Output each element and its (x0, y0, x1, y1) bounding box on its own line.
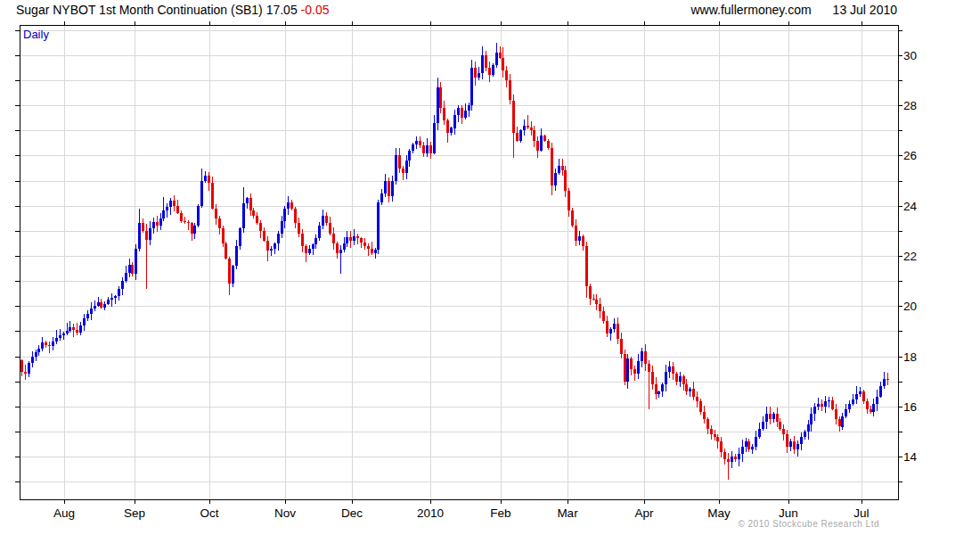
price-chart: 302826242220181614AugSepOctNovDec2010Feb… (0, 0, 980, 535)
x-axis-label: Jul (853, 506, 869, 520)
x-axis-label: Dec (341, 506, 363, 520)
copyright-label: © 2010 Stockcube Research Ltd (738, 519, 879, 529)
y-axis-labels: 302826242220181614 (903, 49, 918, 464)
y-axis-label: 24 (903, 200, 918, 213)
interval-badge: Daily (23, 28, 49, 41)
y-axis-label: 18 (903, 350, 917, 364)
x-axis-label: Aug (53, 506, 75, 520)
x-axis-label: Oct (200, 506, 218, 520)
x-axis-label: May (707, 506, 731, 520)
y-axis-label: 30 (903, 49, 917, 62)
x-axis-label: 2010 (417, 506, 444, 520)
x-axis-label: Mar (557, 506, 578, 520)
x-axis-label: Jun (779, 506, 798, 520)
y-axis-label: 14 (903, 450, 918, 464)
x-axis-label: Feb (490, 506, 510, 520)
page-root: Sugar NYBOT 1st Month Continuation (SB1)… (0, 0, 980, 535)
y-axis-label: 22 (903, 250, 917, 263)
y-axis-label: 16 (903, 400, 917, 414)
axis-ticks (15, 21, 902, 504)
candles-layer (20, 43, 889, 480)
y-axis-label: 26 (903, 149, 917, 162)
x-axis-label: Sep (124, 506, 145, 520)
y-axis-label: 28 (903, 99, 917, 112)
x-axis-labels: AugSepOctNovDec2010FebMarAprMayJunJul (53, 506, 870, 520)
x-axis-label: Apr (634, 506, 654, 520)
x-axis-label: Nov (274, 506, 296, 520)
y-axis-label: 20 (903, 300, 917, 313)
